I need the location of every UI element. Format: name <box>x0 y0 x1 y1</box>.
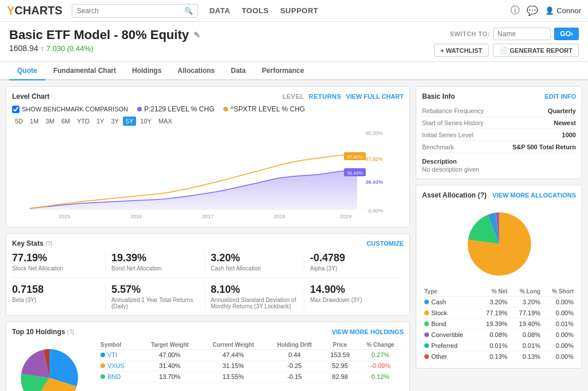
stat-label-1: Bond Net Allocation <box>111 265 199 272</box>
tabs-bar: Quote Fundamental Chart Holdings Allocat… <box>0 62 588 80</box>
svg-text:36.43%: 36.43% <box>347 171 362 176</box>
edit-title-icon[interactable]: ✎ <box>194 30 200 40</box>
svg-text:0.00%: 0.00% <box>368 208 383 214</box>
holding-symbol-1: VXUS <box>98 361 140 371</box>
alloc-col-type: Type <box>422 287 477 297</box>
info-label-0: Rebalance Frequency <box>422 107 484 114</box>
stat-value-7: 14.90% <box>310 284 398 296</box>
time-1m[interactable]: 1M <box>27 117 41 126</box>
time-6m[interactable]: 6M <box>59 117 73 126</box>
customize-link[interactable]: CUSTOMIZE <box>366 240 404 247</box>
alloc-long-1: 77.19% <box>510 308 543 319</box>
view-more-holdings-link[interactable]: VIEW MORE HOLDINGS <box>332 328 404 335</box>
info-label-1: Start of Series History <box>422 119 483 126</box>
svg-text:2016: 2016 <box>130 214 142 219</box>
view-more-allocations-link[interactable]: VIEW MORE ALLOCATIONS <box>493 192 576 199</box>
info-label-2: Initial Series Level <box>422 131 473 138</box>
holdings-pie-container <box>12 340 92 391</box>
key-stats-help[interactable]: (?) <box>45 241 52 247</box>
stat-max-drawdown: 14.90% Max Drawdown (3Y) <box>310 284 404 309</box>
chat-icon[interactable]: 💬 <box>527 5 538 16</box>
stat-cash-net: 3.20% Cash Net Allocation <box>211 252 304 272</box>
alloc-dot-4 <box>424 343 429 348</box>
time-3m[interactable]: 3M <box>42 117 57 126</box>
alloc-net-1: 77.19% <box>477 308 510 319</box>
holding-target-0: 47.00% <box>140 350 200 361</box>
series1-legend: P:2129 LEVEL % CHG <box>137 105 214 113</box>
time-max[interactable]: MAX <box>156 117 175 126</box>
time-5y[interactable]: 5Y <box>123 117 136 126</box>
view-full-chart-link[interactable]: VIEW FULL CHART <box>346 93 404 100</box>
stats-grid-row2: 0.7158 Beta (3Y) 5.57% Annualized 1 Year… <box>12 277 404 309</box>
edit-info-link[interactable]: EDIT INFO <box>545 93 576 100</box>
alloc-col-net: % Net <box>477 287 510 297</box>
time-3y[interactable]: 3Y <box>108 117 121 126</box>
logo: YCHARTS <box>7 4 63 17</box>
list-item: Bond 19.39% 19.40% 0.01% <box>422 319 576 330</box>
benchmark-checkbox[interactable] <box>12 106 20 113</box>
search-input[interactable] <box>77 7 184 15</box>
holding-symbol-text-1[interactable]: VXUS <box>107 362 125 369</box>
stat-alpha: -0.4789 Alpha (3Y) <box>310 252 404 272</box>
switch-input[interactable] <box>493 28 551 40</box>
holding-symbol-text-2[interactable]: BND <box>107 373 121 380</box>
list-item: Cash 3.20% 3.20% 0.00% <box>422 297 576 308</box>
alloc-long-3: 0.08% <box>510 330 543 340</box>
user-menu[interactable]: 👤 Connor <box>545 6 581 15</box>
left-column: Level Chart LEVEL RETURNS VIEW FULL CHAR… <box>6 86 410 391</box>
alloc-short-1: 0.00% <box>543 308 576 319</box>
price-value: 1608.94 <box>9 44 38 53</box>
key-stats-header: Key Stats (?) CUSTOMIZE <box>12 239 404 247</box>
time-ytd[interactable]: YTD <box>74 117 92 126</box>
holding-price-0: 153.59 <box>323 350 357 361</box>
svg-text:90.00%: 90.00% <box>365 130 383 136</box>
tab-data[interactable]: Data <box>223 62 254 80</box>
time-5d[interactable]: 5D <box>12 117 26 126</box>
alloc-label-5: Other <box>431 353 447 360</box>
title-text: Basic ETF Model - 80% Equity <box>9 28 189 42</box>
level-btn[interactable]: LEVEL <box>283 93 304 100</box>
generate-report-button[interactable]: 📄 GENERATE REPORT <box>493 44 579 57</box>
basic-info-title: Basic Info <box>422 92 455 100</box>
tab-allocations[interactable]: Allocations <box>169 62 223 80</box>
holding-dot-1 <box>100 363 105 368</box>
alloc-net-5: 0.13% <box>477 351 510 362</box>
watchlist-button[interactable]: + WATCHLIST <box>434 44 489 57</box>
search-bar[interactable]: 🔍 <box>72 4 198 18</box>
alloc-long-5: 0.13% <box>510 351 543 362</box>
tab-holdings[interactable]: Holdings <box>124 62 169 80</box>
asset-allocation-title: Asset Allocation (?) <box>422 191 486 199</box>
tab-fundamental-chart[interactable]: Fundamental Chart <box>45 62 124 80</box>
alloc-label-1: Stock <box>431 309 447 316</box>
time-buttons: 5D 1M 3M 6M YTD 1Y 3Y 5Y 10Y MAX <box>12 117 404 126</box>
returns-btn[interactable]: RETURNS <box>309 93 342 100</box>
col-drift: Holding Drift <box>266 340 323 350</box>
nav-links: DATA TOOLS SUPPORT <box>210 6 319 15</box>
time-1y[interactable]: 1Y <box>94 117 107 126</box>
stat-label-5: Annualized 1 Year Total Returns (Daily) <box>111 297 199 309</box>
nav-support[interactable]: SUPPORT <box>280 6 318 15</box>
time-10y[interactable]: 10Y <box>137 117 154 126</box>
stat-value-5: 5.57% <box>111 284 199 296</box>
nav-data[interactable]: DATA <box>210 6 230 15</box>
user-icon: 👤 <box>545 6 554 15</box>
alloc-type-5: Other <box>422 351 477 362</box>
allocation-table: Type % Net % Long % Short Cash 3.20% 3.2… <box>422 287 576 362</box>
tab-performance[interactable]: Performance <box>254 62 312 80</box>
nav-tools[interactable]: TOOLS <box>242 6 269 15</box>
stat-value-0: 77.19% <box>12 252 99 264</box>
stat-stock-net: 77.19% Stock Net Allocation <box>12 252 106 272</box>
holdings-data-table: Symbol Target Weight Current Weight Hold… <box>98 340 404 382</box>
go-button[interactable]: GO› <box>554 28 579 40</box>
stat-bond-net: 19.39% Bond Net Allocation <box>111 252 205 272</box>
info-icon[interactable]: ⓘ <box>510 5 520 17</box>
holdings-help[interactable]: (?) <box>67 329 74 335</box>
holding-symbol-text-0[interactable]: VTI <box>107 351 117 358</box>
stat-value-3: -0.4789 <box>310 252 398 264</box>
description-section: Description No description given <box>422 158 576 173</box>
benchmark-toggle[interactable]: SHOW BENCHMARK COMPARISON <box>12 106 128 113</box>
info-label-3: Benchmark <box>422 144 454 150</box>
holding-symbol-2: BND <box>98 371 140 382</box>
chart-container: 90.00% 67.82% 36.43% 0.00% <box>12 129 404 221</box>
tab-quote[interactable]: Quote <box>9 62 45 80</box>
